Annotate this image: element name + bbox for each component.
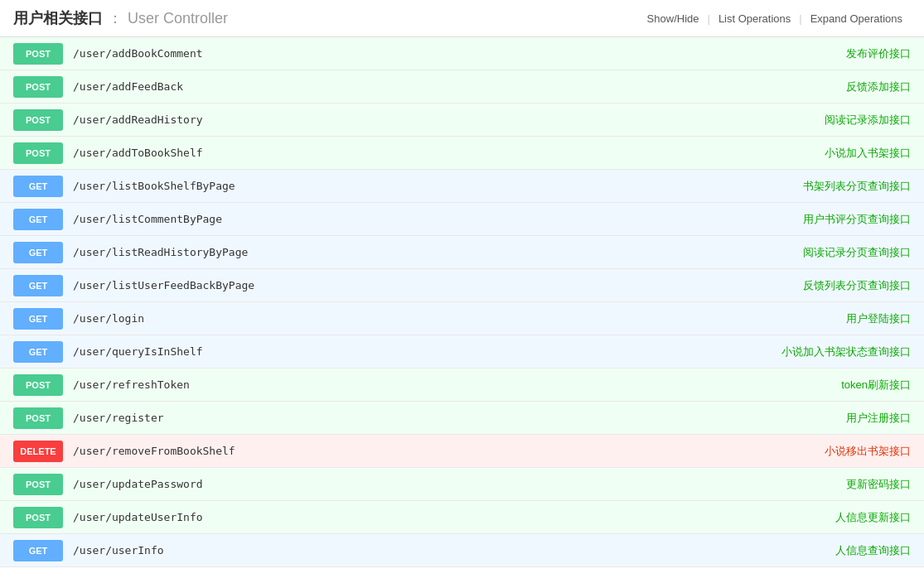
operation-path: /user/addToBookShelf bbox=[73, 147, 811, 159]
method-badge: POST bbox=[13, 407, 63, 429]
title-english: User Controller bbox=[128, 10, 228, 26]
method-badge: POST bbox=[13, 142, 63, 164]
operation-description: 反馈列表分页查询接口 bbox=[803, 278, 911, 293]
operation-row[interactable]: POST/user/refreshTokentoken刷新接口 bbox=[0, 369, 924, 402]
method-badge: POST bbox=[13, 507, 63, 528]
operation-row[interactable]: POST/user/addReadHistory阅读记录添加接口 bbox=[0, 104, 924, 137]
method-badge: GET bbox=[13, 176, 63, 197]
method-badge: POST bbox=[13, 76, 63, 98]
operation-row[interactable]: GET/user/listCommentByPage用户书评分页查询接口 bbox=[0, 203, 924, 236]
operation-description: 小说移出书架接口 bbox=[811, 444, 911, 459]
operation-path: /user/register bbox=[73, 412, 811, 424]
operation-path: /user/removeFromBookShelf bbox=[73, 445, 811, 457]
operation-row[interactable]: DELETE/user/removeFromBookShelf小说移出书架接口 bbox=[0, 435, 924, 468]
operation-description: 人信息查询接口 bbox=[811, 543, 911, 558]
operation-row[interactable]: GET/user/listBookShelfByPage书架列表分页查询接口 bbox=[0, 170, 924, 203]
title-chinese: 用户相关接口 bbox=[13, 10, 103, 26]
header-actions: Show/Hide | List Operations | Expand Ope… bbox=[639, 12, 911, 25]
operation-description: 更新密码接口 bbox=[811, 477, 911, 492]
title-separator: ： bbox=[108, 10, 123, 26]
operation-row[interactable]: GET/user/queryIsInShelf小说加入书架状态查询接口 bbox=[0, 335, 924, 369]
operation-row[interactable]: POST/user/addToBookShelf小说加入书架接口 bbox=[0, 137, 924, 170]
page-title: 用户相关接口：User Controller bbox=[13, 8, 228, 28]
operation-row[interactable]: GET/user/listUserFeedBackByPage反馈列表分页查询接… bbox=[0, 269, 924, 302]
operation-path: /user/updateUserInfo bbox=[73, 511, 811, 523]
method-badge: GET bbox=[13, 209, 63, 230]
operation-row[interactable]: POST/user/updatePassword更新密码接口 bbox=[0, 468, 924, 501]
operation-description: 人信息更新接口 bbox=[811, 510, 911, 525]
operation-path: /user/addFeedBack bbox=[73, 80, 811, 93]
operation-row[interactable]: POST/user/addFeedBack反馈添加接口 bbox=[0, 70, 924, 104]
operation-description: 发布评价接口 bbox=[811, 46, 911, 61]
method-badge: POST bbox=[13, 43, 63, 65]
operation-description: 反馈添加接口 bbox=[811, 80, 911, 94]
operation-path: /user/addBookComment bbox=[73, 47, 811, 60]
operation-description: token刷新接口 bbox=[811, 378, 911, 393]
operation-row[interactable]: GET/user/listReadHistoryByPage阅读记录分页查询接口 bbox=[0, 236, 924, 269]
method-badge: DELETE bbox=[13, 441, 63, 462]
page-header: 用户相关接口：User Controller Show/Hide | List … bbox=[0, 0, 924, 37]
operation-row[interactable]: GET/user/userInfo人信息查询接口 bbox=[0, 534, 924, 567]
operation-row[interactable]: POST/user/updateUserInfo人信息更新接口 bbox=[0, 501, 924, 534]
operation-path: /user/listBookShelfByPage bbox=[73, 180, 803, 192]
method-badge: POST bbox=[13, 474, 63, 495]
operation-path: /user/addReadHistory bbox=[73, 113, 811, 126]
operation-description: 用户登陆接口 bbox=[811, 311, 911, 326]
operation-path: /user/userInfo bbox=[73, 544, 811, 556]
method-badge: POST bbox=[13, 109, 63, 131]
operation-path: /user/queryIsInShelf bbox=[73, 345, 781, 358]
operation-description: 用户注册接口 bbox=[811, 411, 911, 426]
operation-description: 阅读记录分页查询接口 bbox=[803, 245, 911, 260]
method-badge: GET bbox=[13, 242, 63, 263]
method-badge: GET bbox=[13, 540, 63, 561]
operation-path: /user/login bbox=[73, 312, 811, 325]
operation-path: /user/listCommentByPage bbox=[73, 213, 803, 225]
operation-row[interactable]: POST/user/register用户注册接口 bbox=[0, 402, 924, 435]
method-badge: GET bbox=[13, 341, 63, 363]
operation-path: /user/listReadHistoryByPage bbox=[73, 246, 803, 258]
operation-row[interactable]: POST/user/addBookComment发布评价接口 bbox=[0, 37, 924, 70]
expand-operations-link[interactable]: Expand Operations bbox=[802, 12, 911, 25]
method-badge: GET bbox=[13, 308, 63, 330]
operation-description: 阅读记录添加接口 bbox=[811, 113, 911, 128]
operation-description: 书架列表分页查询接口 bbox=[803, 179, 911, 194]
operation-path: /user/updatePassword bbox=[73, 478, 811, 490]
operation-description: 小说加入书架接口 bbox=[811, 146, 911, 161]
operation-description: 用户书评分页查询接口 bbox=[803, 212, 911, 227]
operation-path: /user/refreshToken bbox=[73, 378, 811, 391]
show-hide-link[interactable]: Show/Hide bbox=[639, 12, 708, 25]
operation-path: /user/listUserFeedBackByPage bbox=[73, 279, 803, 292]
operation-description: 小说加入书架状态查询接口 bbox=[781, 344, 911, 359]
operation-row[interactable]: GET/user/login用户登陆接口 bbox=[0, 302, 924, 335]
method-badge: GET bbox=[13, 275, 63, 296]
list-operations-link[interactable]: List Operations bbox=[710, 12, 799, 25]
operations-list: POST/user/addBookComment发布评价接口POST/user/… bbox=[0, 37, 924, 567]
method-badge: POST bbox=[13, 374, 63, 396]
